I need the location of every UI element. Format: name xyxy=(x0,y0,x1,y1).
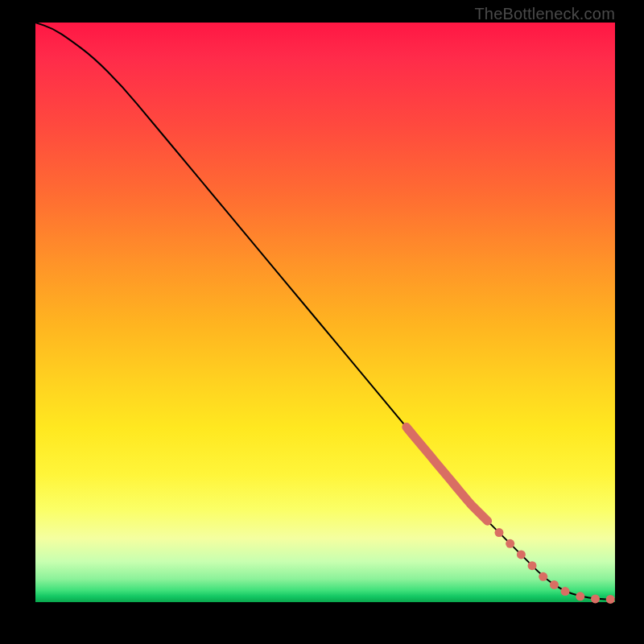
marker-dot xyxy=(495,528,504,537)
marker-dot xyxy=(528,561,537,570)
marker-thick-segment xyxy=(407,427,488,522)
marker-dot xyxy=(539,572,547,581)
bottleneck-curve xyxy=(35,23,615,599)
marker-dot xyxy=(576,592,584,601)
marker-dot xyxy=(591,594,600,603)
marker-dot xyxy=(561,587,570,596)
chart-frame: TheBottleneck.com xyxy=(0,0,644,644)
watermark-text: TheBottleneck.com xyxy=(474,5,615,23)
curve-layer xyxy=(35,23,615,599)
marker-dot xyxy=(550,580,559,589)
curve-svg xyxy=(35,23,615,602)
marker-dot xyxy=(517,550,526,559)
plot-area xyxy=(35,23,615,602)
marker-dot xyxy=(606,595,615,604)
marker-dot xyxy=(506,539,514,548)
marker-layer xyxy=(407,427,615,604)
